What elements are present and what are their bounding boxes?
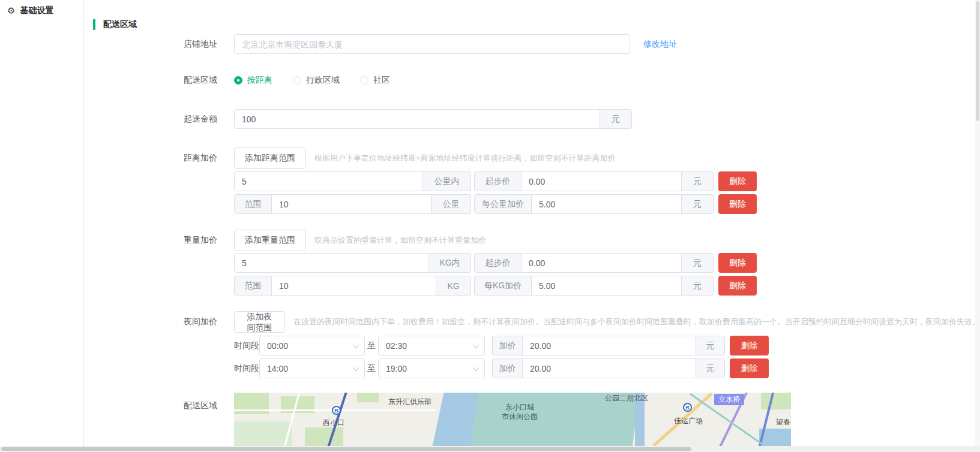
radio-by-distance[interactable]: 按距离	[234, 75, 272, 86]
min-amount-unit: 元	[600, 109, 632, 129]
map-park-patch	[305, 427, 343, 446]
gear-icon: ⚙	[7, 5, 15, 16]
map-label-wangchun: 望春园	[776, 417, 791, 427]
delete-button[interactable]: 删除	[718, 253, 757, 273]
to-label: 至	[365, 363, 378, 374]
map-row: 配送区域 B 西小口 东升汇俱乐部 东小口城 市休	[144, 393, 791, 446]
section-title: 配送区域	[103, 19, 137, 30]
map-label-park-north: 公园二期北区	[605, 393, 648, 403]
distance-hint: 根据用户下单定位地址经纬度+商家地址经纬度计算骑行距离，如留空则不计算距离加价	[314, 153, 616, 164]
night-end-select[interactable]: 19:00	[378, 358, 485, 378]
map-park-patch	[761, 393, 791, 409]
distance-range-row: 范围 公里 每公里加价 元 删除	[144, 194, 757, 214]
range-label: 范围	[234, 194, 271, 214]
night-label: 夜间加价	[144, 317, 234, 327]
per-km-unit: 元	[682, 194, 714, 214]
base-price-unit: 元	[682, 171, 714, 191]
horizontal-scrollbar[interactable]	[0, 446, 980, 452]
surcharge-unit: 元	[696, 358, 725, 378]
map-label-club: 东升汇俱乐部	[388, 397, 431, 407]
weight-limit-unit: KG内	[429, 253, 471, 273]
night-start-select[interactable]: 14:00	[259, 358, 365, 378]
map-park-patch	[234, 421, 292, 446]
surcharge-label: 加价	[492, 336, 522, 355]
base-price-input[interactable]	[521, 253, 682, 273]
time-range-label: 时间段	[234, 363, 259, 374]
store-address-row: 店铺地址 修改地址	[144, 34, 677, 54]
weight-range-input[interactable]	[271, 276, 436, 296]
edit-address-link[interactable]: 修改地址	[643, 39, 677, 50]
horizontal-scrollbar-thumb[interactable]	[1, 447, 691, 451]
delete-button[interactable]: 删除	[718, 171, 757, 191]
map-label-xixiaokou: 西小口	[323, 418, 344, 428]
range-label: 范围	[234, 276, 271, 296]
weight-add-row: 重量加价 添加重量范围 取商品设置的重量计算，如留空则不计算重量加价	[144, 230, 486, 251]
per-kg-label: 每KG加价	[474, 276, 531, 296]
surcharge-input[interactable]	[522, 358, 696, 378]
map-label-jiayun: 佳运广场	[674, 416, 703, 426]
per-km-input[interactable]	[531, 194, 682, 214]
time-range-label: 时间段	[234, 340, 259, 351]
min-amount-input[interactable]	[234, 109, 600, 129]
distance-limit-unit: 公里内	[423, 171, 471, 191]
base-price-unit: 元	[682, 253, 714, 273]
distance-label: 距离加价	[144, 153, 234, 164]
base-price-label: 起步价	[474, 171, 521, 191]
map-label-park-line2: 市休闲公园	[502, 412, 538, 422]
subway-station-icon: B	[683, 403, 692, 412]
delete-button[interactable]: 删除	[730, 358, 769, 378]
distance-range-row: 公里内 起步价 元 删除	[144, 171, 757, 191]
sidebar: ⚙ 基础设置	[0, 0, 84, 446]
night-hint: 在设置的夜间时间范围内下单，加收费用！如留空，则不计算夜间加价。当配送时间与多个…	[293, 317, 980, 327]
delete-button[interactable]: 删除	[730, 336, 769, 355]
night-range-row: 时间段 00:00 至 02:30 加价 元 删除	[144, 336, 769, 355]
radio-icon	[293, 76, 301, 85]
weight-range-row: KG内 起步价 元 删除	[144, 253, 757, 273]
delivery-area-row: 配送区域 按距离 行政区域 社区	[144, 74, 410, 86]
surcharge-unit: 元	[696, 336, 725, 355]
sidebar-item-basic-settings[interactable]: ⚙ 基础设置	[0, 0, 83, 22]
section-header: 配送区域	[93, 19, 137, 30]
night-start-select[interactable]: 00:00	[259, 336, 365, 355]
radio-community[interactable]: 社区	[360, 75, 390, 86]
radio-admin-region[interactable]: 行政区域	[293, 75, 340, 86]
distance-range-unit: 公里	[431, 194, 471, 214]
chevron-down-icon	[472, 364, 479, 370]
delivery-area-label: 配送区域	[144, 75, 234, 86]
store-address-input[interactable]	[234, 34, 630, 54]
map-label-lishuiqiao: 立水桥	[714, 394, 744, 405]
distance-limit-input[interactable]	[234, 171, 423, 191]
min-amount-row: 起送金额 元	[144, 109, 632, 129]
distance-add-row: 距离加价 添加距离范围 根据用户下单定位地址经纬度+商家地址经纬度计算骑行距离，…	[144, 147, 616, 169]
weight-range-unit: KG	[436, 276, 471, 296]
night-range-row: 时间段 14:00 至 19:00 加价 元 删除	[144, 358, 769, 378]
per-kg-input[interactable]	[531, 276, 682, 296]
base-price-label: 起步价	[474, 253, 521, 273]
delivery-area-map[interactable]: B 西小口 东升汇俱乐部 东小口城 市休闲公园 公园二期北区 立水桥 B 佳运广…	[234, 393, 791, 446]
map-label-park-line1: 东小口城	[505, 402, 534, 412]
chevron-down-icon	[472, 341, 479, 348]
surcharge-input[interactable]	[522, 336, 696, 355]
chevron-down-icon	[352, 341, 359, 348]
weight-label: 重量加价	[144, 235, 234, 246]
map-section-label: 配送区域	[144, 393, 234, 411]
delete-button[interactable]: 删除	[718, 194, 757, 214]
distance-range-input[interactable]	[271, 194, 431, 214]
vertical-scrollbar[interactable]	[975, 0, 980, 446]
radio-icon	[360, 76, 368, 85]
night-end-select[interactable]: 02:30	[378, 336, 485, 355]
delete-button[interactable]: 删除	[718, 276, 757, 296]
weight-hint: 取商品设置的重量计算，如留空则不计算重量加价	[314, 235, 486, 246]
per-km-label: 每公里加价	[474, 194, 531, 214]
min-amount-label: 起送金额	[144, 114, 234, 125]
add-weight-range-button[interactable]: 添加重量范围	[234, 230, 306, 251]
add-night-range-button[interactable]: 添加夜间范围	[234, 311, 285, 333]
add-distance-range-button[interactable]: 添加距离范围	[234, 147, 306, 169]
per-kg-unit: 元	[682, 276, 714, 296]
surcharge-label: 加价	[492, 358, 522, 378]
night-add-row: 夜间加价 添加夜间范围 在设置的夜间时间范围内下单，加收费用！如留空，则不计算夜…	[144, 311, 980, 333]
weight-limit-input[interactable]	[234, 253, 429, 273]
base-price-input[interactable]	[521, 171, 682, 191]
vertical-scrollbar-thumb[interactable]	[976, 1, 979, 121]
to-label: 至	[365, 340, 378, 351]
